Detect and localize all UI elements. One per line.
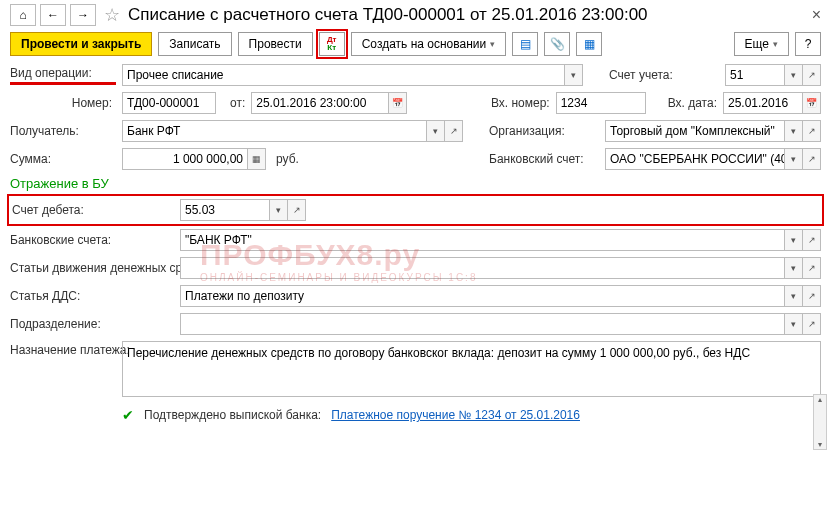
close-button[interactable]: ×	[812, 6, 821, 24]
op-type-dropdown[interactable]: ▾	[565, 64, 583, 86]
bank-acc-open[interactable]: ↗	[803, 148, 821, 170]
ext-number-input[interactable]: 1234	[556, 92, 646, 114]
op-type-label: Вид операции:	[10, 66, 116, 85]
report-button[interactable]: ▦	[576, 32, 602, 56]
division-dropdown[interactable]: ▾	[785, 313, 803, 335]
division-input[interactable]	[180, 313, 785, 335]
dds-article-label: Статья ДДС:	[10, 289, 174, 303]
debit-label: Счет дебета:	[12, 203, 174, 217]
favorite-icon[interactable]: ☆	[104, 4, 120, 26]
account-dropdown[interactable]: ▾	[785, 64, 803, 86]
date-input[interactable]: 25.01.2016 23:00:00	[251, 92, 389, 114]
org-label: Организация:	[489, 124, 599, 138]
account-open[interactable]: ↗	[803, 64, 821, 86]
section-title: Отражение в БУ	[10, 176, 821, 191]
bank-acc-input[interactable]: ОАО "СБЕРБАНК РОССИИ" (407028106	[605, 148, 785, 170]
ext-date-picker[interactable]: 📅	[803, 92, 821, 114]
bank-acc-label: Банковский счет:	[489, 152, 599, 166]
bank-acc-dropdown[interactable]: ▾	[785, 148, 803, 170]
save-button[interactable]: Записать	[158, 32, 231, 56]
confirmed-checkbox[interactable]: ✔	[122, 407, 134, 423]
debit-open[interactable]: ↗	[288, 199, 306, 221]
back-button[interactable]: ←	[40, 4, 66, 26]
purpose-textarea[interactable]: Перечисление денежных средств по договор…	[122, 341, 821, 397]
account-input[interactable]: 51	[725, 64, 785, 86]
payee-dropdown[interactable]: ▾	[427, 120, 445, 142]
division-label: Подразделение:	[10, 317, 174, 331]
forward-button[interactable]: →	[70, 4, 96, 26]
home-button[interactable]: ⌂	[10, 4, 36, 26]
attach-button[interactable]: 📎	[544, 32, 570, 56]
dds-flow-input[interactable]	[180, 257, 785, 279]
payee-label: Получатель:	[10, 124, 116, 138]
sum-calc[interactable]: ▦	[248, 148, 266, 170]
org-input[interactable]: Торговый дом "Комплексный"	[605, 120, 785, 142]
org-open[interactable]: ↗	[803, 120, 821, 142]
dds-article-input[interactable]: Платежи по депозиту	[180, 285, 785, 307]
op-type-input[interactable]: Прочее списание	[122, 64, 565, 86]
post-and-close-button[interactable]: Провести и закрыть	[10, 32, 152, 56]
print-button[interactable]: ▤	[512, 32, 538, 56]
number-label: Номер:	[10, 96, 116, 110]
number-input[interactable]: ТД00-000001	[122, 92, 216, 114]
debit-dropdown[interactable]: ▾	[270, 199, 288, 221]
account-label: Счет учета:	[609, 68, 719, 82]
debit-input[interactable]: 55.03	[180, 199, 270, 221]
help-button[interactable]: ?	[795, 32, 821, 56]
payee-input[interactable]: Банк РФТ	[122, 120, 427, 142]
date-label: от:	[230, 96, 245, 110]
payment-order-link[interactable]: Платежное поручение № 1234 от 25.01.2016	[331, 408, 580, 422]
more-button[interactable]: Еще	[734, 32, 789, 56]
confirmed-label: Подтверждено выпиской банка:	[144, 408, 321, 422]
dds-article-dropdown[interactable]: ▾	[785, 285, 803, 307]
post-button[interactable]: Провести	[238, 32, 313, 56]
currency-label: руб.	[276, 152, 299, 166]
bank-accounts-input[interactable]: "БАНК РФТ"	[180, 229, 785, 251]
division-open[interactable]: ↗	[803, 313, 821, 335]
bank-accounts-open[interactable]: ↗	[803, 229, 821, 251]
sum-input[interactable]: 1 000 000,00	[122, 148, 248, 170]
create-based-button[interactable]: Создать на основании	[351, 32, 507, 56]
purpose-label: Назначение платежа:	[10, 341, 116, 357]
scrollbar[interactable]: ▴▾	[813, 394, 827, 450]
date-picker[interactable]: 📅	[389, 92, 407, 114]
window-title: Списание с расчетного счета ТД00-000001 …	[128, 5, 808, 25]
dt-kt-button[interactable]: ДтКт	[319, 32, 345, 56]
bank-accounts-dropdown[interactable]: ▾	[785, 229, 803, 251]
ext-date-input[interactable]: 25.01.2016	[723, 92, 803, 114]
dds-flow-label: Статьи движения денежных ср...	[10, 261, 174, 275]
dds-flow-open[interactable]: ↗	[803, 257, 821, 279]
ext-number-label: Вх. номер:	[491, 96, 550, 110]
bank-accounts-label: Банковские счета:	[10, 233, 174, 247]
org-dropdown[interactable]: ▾	[785, 120, 803, 142]
dds-article-open[interactable]: ↗	[803, 285, 821, 307]
dds-flow-dropdown[interactable]: ▾	[785, 257, 803, 279]
payee-open[interactable]: ↗	[445, 120, 463, 142]
ext-date-label: Вх. дата:	[668, 96, 717, 110]
sum-label: Сумма:	[10, 152, 116, 166]
